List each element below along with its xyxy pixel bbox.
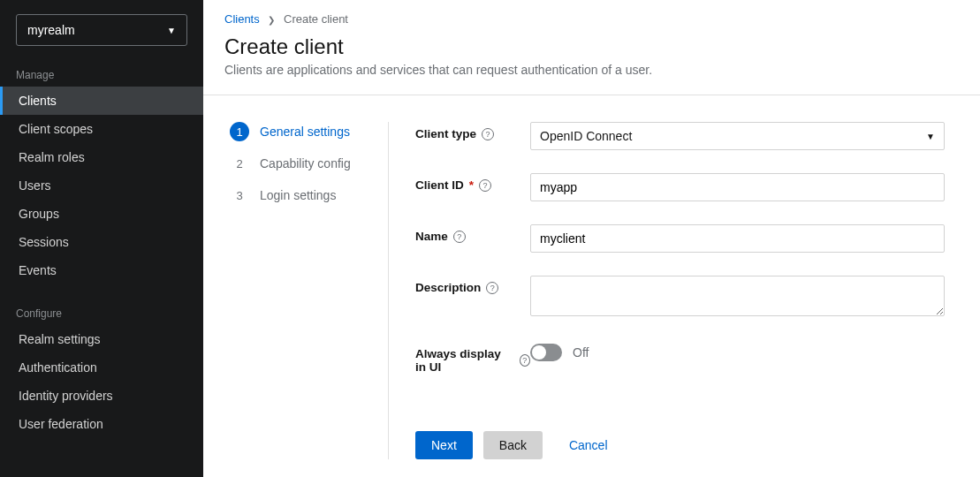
- breadcrumb: Clients ❯ Create client: [203, 0, 980, 26]
- next-button[interactable]: Next: [415, 431, 473, 459]
- nav-section-configure: Configure: [0, 300, 203, 325]
- breadcrumb-current: Create client: [284, 12, 348, 26]
- wizard-step-login-settings[interactable]: 3 Login settings: [230, 186, 370, 205]
- step-number: 1: [230, 122, 249, 141]
- nav-item-realm-roles[interactable]: Realm roles: [0, 143, 203, 171]
- wizard-nav: 1 General settings 2 Capability config 3…: [230, 122, 389, 459]
- page-header: Create client Clients are applications a…: [203, 26, 980, 95]
- cancel-button[interactable]: Cancel: [553, 431, 624, 459]
- nav-item-clients[interactable]: Clients: [0, 87, 203, 115]
- step-label: Login settings: [260, 188, 336, 202]
- nav-item-realm-settings[interactable]: Realm settings: [0, 325, 203, 353]
- always-display-toggle[interactable]: [530, 344, 562, 361]
- name-input[interactable]: [530, 224, 945, 253]
- step-label: Capability config: [260, 156, 351, 170]
- form-area: Client type ? OpenID Connect ▼ Client ID…: [389, 122, 945, 459]
- nav-item-user-federation[interactable]: User federation: [0, 410, 203, 438]
- back-button[interactable]: Back: [483, 431, 543, 459]
- label-description: Description ?: [415, 276, 530, 294]
- page-description: Clients are applications and services th…: [224, 63, 959, 77]
- label-name: Name ?: [415, 224, 530, 243]
- help-icon[interactable]: ?: [453, 231, 466, 243]
- realm-selector[interactable]: myrealm ▼: [16, 14, 187, 46]
- caret-down-icon: ▼: [167, 26, 176, 35]
- client-type-value: OpenID Connect: [540, 129, 632, 143]
- page-title: Create client: [224, 34, 959, 59]
- help-icon[interactable]: ?: [482, 128, 494, 140]
- help-icon[interactable]: ?: [520, 354, 530, 367]
- wizard-footer: Next Back Cancel: [415, 413, 945, 459]
- label-always-display: Always display in UI ?: [415, 342, 530, 374]
- realm-name: myrealm: [27, 23, 75, 37]
- label-client-type: Client type ?: [415, 122, 530, 140]
- step-label: General settings: [260, 125, 350, 139]
- nav-item-identity-providers[interactable]: Identity providers: [0, 382, 203, 410]
- label-client-id: Client ID * ?: [415, 173, 530, 192]
- client-id-input[interactable]: [530, 173, 945, 201]
- step-number: 2: [230, 154, 249, 173]
- step-number: 3: [230, 186, 249, 205]
- nav-item-sessions[interactable]: Sessions: [0, 228, 203, 256]
- toggle-state-label: Off: [573, 345, 589, 360]
- client-type-select[interactable]: OpenID Connect ▼: [530, 122, 945, 150]
- main: Clients ❯ Create client Create client Cl…: [203, 0, 980, 477]
- wizard-step-general-settings[interactable]: 1 General settings: [230, 122, 370, 141]
- help-icon[interactable]: ?: [486, 282, 498, 294]
- nav-item-events[interactable]: Events: [0, 256, 203, 284]
- nav-item-groups[interactable]: Groups: [0, 200, 203, 228]
- nav-section-manage: Manage: [0, 62, 203, 87]
- caret-down-icon: ▼: [926, 132, 935, 141]
- nav-item-users[interactable]: Users: [0, 171, 203, 200]
- sidebar: myrealm ▼ Manage Clients Client scopes R…: [0, 0, 203, 477]
- nav-item-authentication[interactable]: Authentication: [0, 353, 203, 382]
- required-marker: *: [469, 178, 474, 192]
- wizard-step-capability-config[interactable]: 2 Capability config: [230, 154, 370, 173]
- chevron-right-icon: ❯: [268, 15, 275, 25]
- description-input[interactable]: [530, 276, 945, 316]
- nav-item-client-scopes[interactable]: Client scopes: [0, 115, 203, 143]
- breadcrumb-parent[interactable]: Clients: [224, 12, 260, 26]
- help-icon[interactable]: ?: [479, 179, 491, 192]
